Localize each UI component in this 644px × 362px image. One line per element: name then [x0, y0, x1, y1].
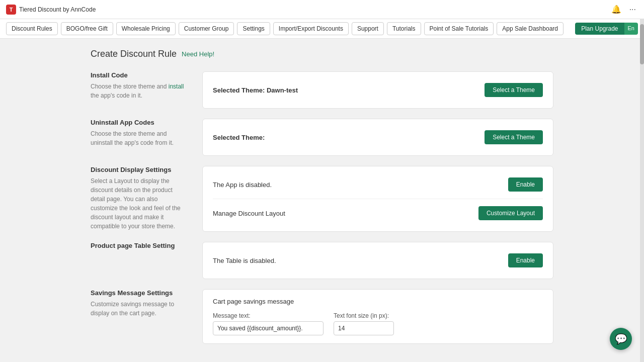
- app-title: Tiered Discount by AnnCode: [19, 6, 96, 13]
- customize-layout-button[interactable]: Customize Layout: [478, 206, 543, 220]
- discount-display-section: Discount Display Settings Select a Layou…: [91, 166, 553, 232]
- scroll-indicator: [640, 19, 644, 362]
- table-disabled-label: The Table is disabled.: [213, 257, 276, 264]
- nav-settings[interactable]: Settings: [237, 22, 270, 35]
- install-code-label: Install Code Choose the store theme and …: [91, 71, 186, 100]
- product-table-section: Product page Table Setting The Table is …: [91, 242, 553, 279]
- app-disabled-row: The App is disabled. Enable: [213, 174, 543, 195]
- top-icons: 🔔 ···: [609, 4, 638, 15]
- nav-pos-tutorials[interactable]: Point of Sale Tutorials: [424, 22, 494, 35]
- savings-form-row: Message text: Text font size (in px):: [213, 312, 543, 335]
- discount-display-label: Discount Display Settings Select a Layou…: [91, 166, 186, 231]
- nav-customer-group[interactable]: Customer Group: [179, 22, 234, 35]
- savings-card-title: Cart page savings message: [213, 298, 543, 305]
- savings-message-label: Savings Message Settings Customize savin…: [91, 289, 186, 318]
- bell-icon[interactable]: 🔔: [609, 4, 623, 15]
- discount-display-card: The App is disabled. Enable Manage Disco…: [202, 166, 553, 232]
- product-table-heading: Product page Table Setting: [91, 242, 186, 249]
- plan-upgrade-group: Plan Upgrade En: [575, 23, 638, 35]
- font-size-input[interactable]: [334, 321, 394, 335]
- scroll-thumb[interactable]: [640, 24, 644, 64]
- savings-message-heading: Savings Message Settings: [91, 289, 186, 297]
- message-text-input[interactable]: [213, 321, 324, 335]
- install-code-heading: Install Code: [91, 71, 186, 79]
- message-text-label: Message text:: [213, 312, 324, 319]
- install-code-row: Selected Theme: Dawn-test Select a Theme: [213, 80, 543, 100]
- install-code-section: Install Code Choose the store theme and …: [91, 71, 553, 109]
- manage-layout-label: Manage Discount Layout: [213, 210, 285, 217]
- page-title: Create Discount Rule: [91, 49, 177, 59]
- enable-table-button[interactable]: Enable: [508, 253, 543, 267]
- more-menu-icon[interactable]: ···: [627, 4, 638, 15]
- uninstall-code-card: Selected Theme: Select a Theme: [202, 119, 553, 156]
- message-text-group: Message text:: [213, 312, 324, 335]
- app-icon: T: [6, 5, 16, 15]
- app-disabled-label: The App is disabled.: [213, 181, 272, 189]
- product-table-card: The Table is disabled. Enable: [202, 242, 553, 279]
- nav-wholesale[interactable]: Wholesale Pricing: [116, 22, 176, 35]
- nav-import-export[interactable]: Import/Export Discounts: [273, 22, 349, 35]
- uninstall-selected-theme-label: Selected Theme:: [213, 134, 265, 141]
- nav-discount-rules[interactable]: Discount Rules: [6, 22, 58, 35]
- uninstall-code-section: Uninstall App Codes Choose the store the…: [91, 119, 553, 156]
- product-table-label: Product page Table Setting: [91, 242, 186, 252]
- install-link[interactable]: install: [169, 83, 184, 90]
- nav-bogo[interactable]: BOGO/free Gift: [61, 22, 113, 35]
- chat-bubble[interactable]: 💬: [610, 328, 632, 350]
- font-size-label: Text font size (in px):: [334, 312, 394, 319]
- discount-display-heading: Discount Display Settings: [91, 166, 186, 173]
- savings-message-desc: Customize savings message to display on …: [91, 300, 186, 318]
- language-badge[interactable]: En: [624, 23, 638, 35]
- install-code-card: Selected Theme: Dawn-test Select a Theme: [202, 71, 553, 109]
- selected-theme-label: Selected Theme: Dawn-test: [213, 86, 298, 94]
- uninstall-code-desc: Choose the store theme and uninstall the…: [91, 129, 186, 147]
- install-code-desc: Choose the store theme and install the a…: [91, 82, 186, 100]
- uninstall-code-heading: Uninstall App Codes: [91, 119, 186, 126]
- top-bar: T Tiered Discount by AnnCode 🔔 ···: [0, 0, 644, 19]
- enable-app-button[interactable]: Enable: [508, 177, 543, 192]
- savings-message-section: Savings Message Settings Customize savin…: [91, 289, 553, 344]
- discount-display-desc: Select a Layout to display the discount …: [91, 176, 186, 231]
- uninstall-code-label: Uninstall App Codes Choose the store the…: [91, 119, 186, 147]
- font-size-group: Text font size (in px):: [334, 312, 394, 335]
- uninstall-code-row: Selected Theme: Select a Theme: [213, 127, 543, 147]
- main-content: Create Discount Rule Need Help! Install …: [0, 39, 644, 362]
- plan-upgrade-button[interactable]: Plan Upgrade: [575, 23, 624, 35]
- manage-layout-row: Manage Discount Layout Customize Layout: [213, 199, 543, 223]
- nav-app-sale-dashboard[interactable]: App Sale Dashboard: [497, 22, 564, 35]
- select-theme-button-uninstall[interactable]: Select a Theme: [485, 130, 543, 144]
- nav-support[interactable]: Support: [352, 22, 384, 35]
- select-theme-button-install[interactable]: Select a Theme: [485, 83, 543, 97]
- need-help-link[interactable]: Need Help!: [182, 50, 214, 58]
- nav-bar: Discount Rules BOGO/free Gift Wholesale …: [0, 19, 644, 39]
- page-header: Create Discount Rule Need Help!: [91, 49, 553, 59]
- savings-message-card: Cart page savings message Message text: …: [202, 289, 553, 344]
- table-disabled-row: The Table is disabled. Enable: [213, 250, 543, 270]
- nav-tutorials[interactable]: Tutorials: [387, 22, 421, 35]
